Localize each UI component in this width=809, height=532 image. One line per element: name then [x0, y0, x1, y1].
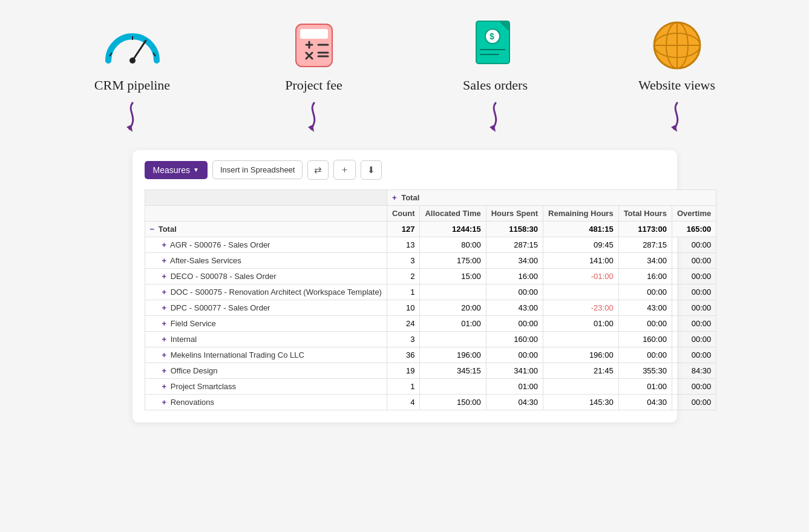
- row-hours-spent: 00:00: [486, 347, 543, 363]
- spreadsheet-container: Measures ▼ Insert in Spreadsheet ⇄ ＋ ⬇: [133, 150, 677, 422]
- plus-icon[interactable]: +: [162, 287, 167, 297]
- row-label[interactable]: + Field Service: [145, 316, 387, 332]
- row-remaining: 145:30: [543, 395, 619, 410]
- row-allocated: 196:00: [420, 347, 486, 363]
- table-row: + After-Sales Services 3175:0034:00141:0…: [145, 253, 716, 269]
- table-row: + Office Design 19345:15341:0021:45355:3…: [145, 363, 716, 379]
- website-views-label: Website views: [638, 77, 715, 93]
- project-fee-label: Project fee: [285, 77, 342, 93]
- row-hours-spent: 00:00: [486, 284, 543, 300]
- add-button[interactable]: ＋: [333, 160, 356, 180]
- download-icon: ⬇: [367, 165, 375, 176]
- row-total-hours: 00:00: [618, 284, 672, 300]
- table-row: + Renovations 4150:0004:30145:3004:3000:…: [145, 395, 716, 410]
- table-row: + AGR - S00076 - Sales Order 1380:00287:…: [145, 237, 716, 253]
- svg-line-0: [133, 41, 146, 61]
- data-table: + Total Count Allocated Time Hours Spent…: [145, 189, 717, 410]
- col-overtime-header: Overtime: [672, 206, 716, 222]
- row-count: 10: [387, 300, 420, 316]
- row-overtime: 00:00: [672, 253, 716, 269]
- row-allocated: [420, 332, 486, 347]
- sales-orders-label: Sales orders: [463, 77, 528, 93]
- row-label: − Total: [145, 222, 387, 237]
- row-remaining: 01:00: [543, 316, 619, 332]
- toolbar: Measures ▼ Insert in Spreadsheet ⇄ ＋ ⬇: [145, 160, 665, 180]
- row-hours-spent: 43:00: [486, 300, 543, 316]
- measures-chevron-icon: ▼: [193, 166, 199, 173]
- row-allocated: 15:00: [420, 269, 486, 284]
- plus-icon[interactable]: +: [162, 256, 167, 265]
- plus-icon[interactable]: +: [162, 398, 167, 407]
- table-row: + Field Service 2401:0000:0001:0000:0000…: [145, 316, 716, 332]
- col-total-hours-header: Total Hours: [618, 206, 672, 222]
- website-views-item: Website views: [617, 18, 738, 132]
- row-hours-spent: 160:00: [486, 332, 543, 347]
- row-label[interactable]: + DOC - S00075 - Renovation Architect (W…: [145, 284, 387, 300]
- row-hours-spent: 01:00: [486, 379, 543, 395]
- website-views-icon: [644, 18, 710, 73]
- row-total-hours: 355:30: [618, 363, 672, 379]
- plus-icon[interactable]: +: [162, 319, 167, 328]
- row-overtime: 00:00: [672, 269, 716, 284]
- project-fee-arrow: [302, 102, 326, 132]
- sales-orders-arrow: [483, 102, 508, 132]
- row-label[interactable]: + Renovations: [145, 395, 387, 410]
- row-remaining: [543, 332, 619, 347]
- plus-icon[interactable]: +: [162, 335, 167, 344]
- row-count: 3: [387, 253, 420, 269]
- row-allocated: [420, 284, 486, 300]
- col-hours-spent-header: Hours Spent: [486, 206, 543, 222]
- row-total-hours: 00:00: [618, 347, 672, 363]
- filter-button[interactable]: ⇄: [307, 160, 329, 180]
- minus-icon: −: [150, 225, 155, 234]
- page-wrapper: CRM pipeline: [0, 0, 809, 532]
- row-hours-spent: 04:30: [486, 395, 543, 410]
- plus-icon[interactable]: +: [162, 366, 167, 375]
- table-row: − Total 1271244:151158:30481:151173:0016…: [145, 222, 716, 237]
- row-label[interactable]: + DPC - S00077 - Sales Order: [145, 300, 387, 316]
- row-count: 3: [387, 332, 420, 347]
- plus-icon[interactable]: +: [162, 382, 167, 391]
- row-hours-spent: 16:00: [486, 269, 543, 284]
- plus-icon[interactable]: +: [162, 272, 167, 281]
- svg-text:$: $: [490, 31, 494, 41]
- row-label[interactable]: + After-Sales Services: [145, 253, 387, 269]
- row-hours-spent: 287:15: [486, 237, 543, 253]
- plus-icon[interactable]: +: [162, 303, 167, 312]
- row-count: 4: [387, 395, 420, 410]
- plus-icon[interactable]: +: [162, 240, 167, 249]
- table-row: + Internal 3160:00160:0000:00: [145, 332, 716, 347]
- row-label[interactable]: + Internal: [145, 332, 387, 347]
- row-allocated: 01:00: [420, 316, 486, 332]
- row-label[interactable]: + AGR - S00076 - Sales Order: [145, 237, 387, 253]
- project-fee-icon: [281, 18, 347, 73]
- table-row: + DOC - S00075 - Renovation Architect (W…: [145, 284, 716, 300]
- row-allocated: 20:00: [420, 300, 486, 316]
- row-remaining: -01:00: [543, 269, 619, 284]
- total-group-header: + Total: [387, 190, 716, 206]
- crm-pipeline-icon: [99, 18, 166, 73]
- row-overtime: 00:00: [672, 347, 716, 363]
- row-label[interactable]: + Office Design: [145, 363, 387, 379]
- row-label[interactable]: + Project Smartclass: [145, 379, 387, 395]
- row-allocated: 80:00: [420, 237, 486, 253]
- measures-button[interactable]: Measures ▼: [145, 161, 208, 179]
- insert-spreadsheet-button[interactable]: Insert in Spreadsheet: [212, 160, 303, 179]
- row-overtime: 165:00: [672, 222, 716, 237]
- table-row: + DECO - S00078 - Sales Order 215:0016:0…: [145, 269, 716, 284]
- plus-icon[interactable]: +: [162, 350, 167, 360]
- row-label[interactable]: + DECO - S00078 - Sales Order: [145, 269, 387, 284]
- project-fee-item: Project fee: [254, 18, 375, 132]
- col-remaining-header: Remaining Hours: [543, 206, 619, 222]
- crm-pipeline-arrow: [120, 102, 145, 132]
- crm-pipeline-label: CRM pipeline: [94, 77, 170, 93]
- row-label[interactable]: + Mekelins International Trading Co LLC: [145, 347, 387, 363]
- row-total-hours: 287:15: [618, 237, 672, 253]
- row-allocated: 150:00: [420, 395, 486, 410]
- col-label-header: [145, 206, 387, 222]
- row-overtime: 00:00: [672, 284, 716, 300]
- row-count: 1: [387, 284, 420, 300]
- download-button[interactable]: ⬇: [361, 160, 382, 180]
- row-total-hours: 00:00: [618, 316, 672, 332]
- sales-orders-icon: $: [462, 18, 529, 73]
